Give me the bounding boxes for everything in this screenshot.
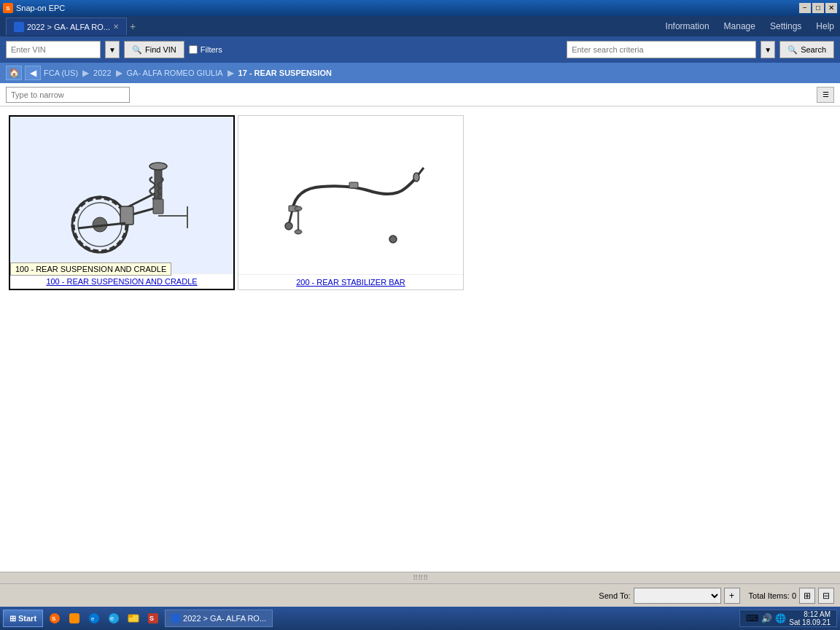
clock-date: Sat 18.09.21 — [789, 618, 831, 626]
main-content: 100 - REAR SUSPENSION AND CRADLE 100 - R… — [0, 106, 840, 572]
part-card-label-1: 100 - REAR SUSPENSION AND CRADLE — [10, 273, 233, 289]
svg-point-22 — [295, 206, 302, 211]
horizontal-scrollbar[interactable]: ⠿⠿⠿ — [0, 572, 840, 583]
menu-settings[interactable]: Settings — [770, 21, 801, 31]
start-button[interactable]: ⊞ Start — [3, 610, 43, 627]
app-title: Snap-on EPC — [16, 4, 65, 12]
taskbar-icon-edge[interactable]: e — [85, 610, 103, 627]
part-card-stabilizer[interactable]: 200 - REAR STABILIZER BAR — [238, 115, 464, 290]
breadcrumb-year[interactable]: 2022 — [93, 69, 111, 77]
breadcrumb-fca[interactable]: FCA (US) — [44, 69, 78, 77]
svg-point-19 — [389, 236, 397, 243]
quick-launch: S e e S — [46, 610, 162, 627]
send-to-label: Send To: — [599, 591, 630, 600]
part-card-suspension[interactable]: 100 - REAR SUSPENSION AND CRADLE 100 - R… — [9, 115, 235, 290]
list-view-button[interactable]: ☰ — [817, 87, 834, 103]
suspension-svg — [42, 137, 202, 254]
breadcrumb: 🏠 ◀ FCA (US) ▶ 2022 ▶ GA- ALFA ROMEO GIU… — [0, 63, 840, 83]
tab-label: 2022 > GA- ALFA RO... — [27, 23, 110, 31]
clock-time: 8:12 AM — [789, 610, 831, 618]
find-vin-button[interactable]: 🔍 Find VIN — [124, 41, 184, 58]
svg-rect-7 — [153, 199, 163, 214]
stabilizer-svg — [271, 137, 431, 254]
tray-icon-1: ⌨ — [746, 613, 758, 623]
taskbar-active-item[interactable]: 2022 > GA- ALFA RO... — [165, 610, 273, 627]
send-to-select[interactable] — [634, 588, 721, 604]
menu-information[interactable]: Information — [666, 21, 709, 31]
svg-point-8 — [149, 163, 167, 170]
svg-point-21 — [295, 230, 302, 234]
menu-bar: 2022 > GA- ALFA RO... ✕ + Information Ma… — [0, 16, 840, 36]
stabilizer-diagram — [238, 116, 463, 274]
expand-button[interactable]: ⊞ — [799, 588, 815, 604]
back-button[interactable]: ◀ — [25, 66, 41, 80]
new-tab-button[interactable]: + — [130, 20, 136, 32]
taskbar-icon-snapon[interactable]: S — [144, 610, 162, 627]
taskbar-icon-ie[interactable]: e — [105, 610, 122, 627]
filters-checkbox[interactable] — [189, 45, 198, 54]
breadcrumb-model[interactable]: GA- ALFA ROMEO GIULIA — [127, 69, 223, 77]
tray-icon-3: 🌐 — [775, 613, 786, 623]
minimize-button[interactable]: − — [799, 3, 811, 13]
vin-input[interactable] — [6, 41, 101, 58]
svg-text:S: S — [149, 615, 154, 622]
tab-icon — [14, 22, 24, 32]
svg-text:S: S — [52, 615, 56, 622]
filter-bar: ☰ — [0, 83, 840, 106]
svg-point-14 — [285, 222, 292, 230]
svg-rect-32 — [128, 615, 133, 618]
collapse-button[interactable]: ⊟ — [818, 588, 834, 604]
restore-button[interactable]: □ — [812, 3, 824, 13]
suspension-diagram — [10, 117, 233, 273]
filters-label: Filters — [201, 45, 222, 54]
vin-dropdown-button[interactable]: ▼ — [105, 41, 120, 58]
tab-close-icon[interactable]: ✕ — [113, 23, 119, 31]
status-bar: Send To: + Total Items: 0 ⊞ ⊟ — [0, 583, 840, 607]
menu-manage[interactable]: Manage — [724, 21, 755, 31]
start-icon: ⊞ — [9, 614, 16, 623]
search-icon: 🔍 — [132, 45, 142, 55]
menu-items: Information Manage Settings Help — [666, 21, 834, 31]
menu-help[interactable]: Help — [816, 21, 834, 31]
tab-bar: 2022 > GA- ALFA RO... ✕ + — [6, 18, 136, 35]
search-input[interactable] — [567, 41, 756, 58]
svg-text:e: e — [91, 615, 95, 622]
svg-point-23 — [413, 173, 419, 182]
taskbar: ⊞ Start S e e S 2022 > GA- ALFA RO... ⌨ … — [0, 607, 840, 630]
send-to-area: Send To: + Total Items: 0 ⊞ ⊟ — [599, 588, 834, 604]
send-to-add-button[interactable]: + — [724, 588, 740, 604]
filter-area: Filters — [189, 45, 222, 54]
active-tab[interactable]: 2022 > GA- ALFA RO... ✕ — [6, 18, 127, 35]
search-btn-icon: 🔍 — [788, 45, 798, 55]
taskbar-icon-1[interactable]: S — [46, 610, 63, 627]
taskbar-icon-explorer[interactable] — [125, 610, 142, 627]
system-tray: ⌨ 🔊 🌐 8:12 AM Sat 18.09.21 — [739, 610, 837, 627]
taskbar-icon-2[interactable] — [66, 610, 83, 627]
title-bar: S Snap-on EPC − □ ✕ — [0, 0, 840, 16]
search-button[interactable]: 🔍 Search — [779, 41, 834, 58]
tray-icon-2: 🔊 — [761, 613, 772, 623]
svg-rect-9 — [120, 206, 133, 225]
window-controls[interactable]: − □ ✕ — [799, 3, 837, 13]
svg-rect-26 — [69, 613, 79, 623]
part-card-label-2: 200 - REAR STABILIZER BAR — [238, 274, 463, 289]
home-button[interactable]: 🏠 — [6, 66, 22, 80]
svg-text:e: e — [110, 615, 114, 622]
total-items-label: Total Items: 0 — [749, 591, 796, 600]
narrow-input[interactable] — [6, 87, 130, 103]
svg-rect-35 — [171, 614, 180, 623]
svg-rect-17 — [349, 182, 358, 188]
close-button[interactable]: ✕ — [825, 3, 837, 13]
search-dropdown-button[interactable]: ▼ — [761, 41, 775, 58]
toolbar: ▼ 🔍 Find VIN Filters ▼ 🔍 Search — [0, 36, 840, 63]
breadcrumb-section[interactable]: 17 - REAR SUSPENSION — [238, 69, 332, 77]
title-left: S Snap-on EPC — [3, 3, 65, 13]
app-icon: S — [3, 3, 13, 13]
